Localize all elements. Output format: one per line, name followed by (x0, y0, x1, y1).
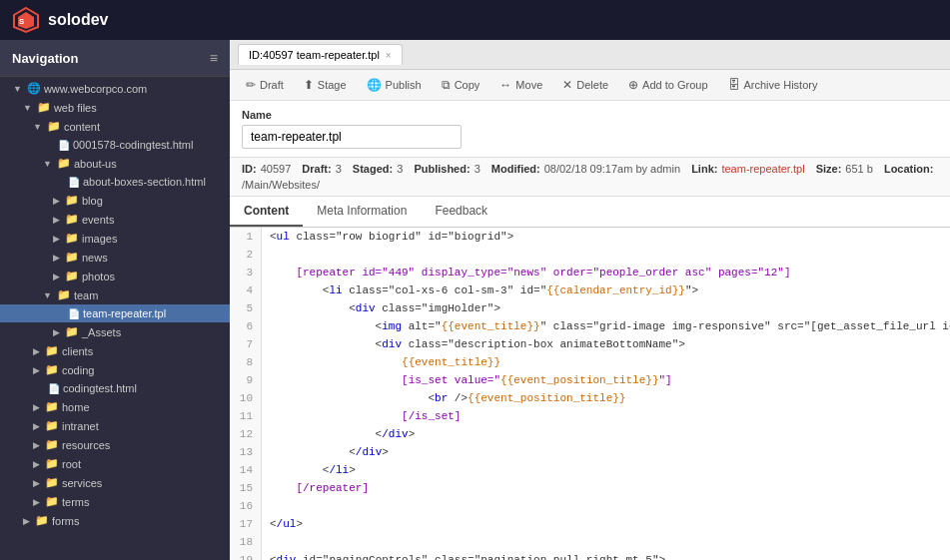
tree-item-about-us[interactable]: ▼📁 about-us (0, 154, 230, 173)
line-number: 11 (230, 407, 262, 425)
move-icon: ↔ (499, 78, 511, 92)
tree-item-clients[interactable]: ▶📁 clients (0, 341, 230, 360)
copy-icon: ⧉ (442, 78, 451, 92)
stage-icon: ⬆ (304, 78, 314, 92)
tree-section: ▼🌐 www.webcorpco.com▼📁 web files▼📁 conte… (0, 77, 230, 532)
draft-button[interactable]: ✏ Draft (242, 76, 288, 94)
tree-item-label: photos (82, 271, 115, 282)
copy-label: Copy (455, 79, 480, 91)
svg-text:S: S (19, 17, 25, 26)
code-line: 4 <li class="col-xs-6 col-sm-3" id="{{ca… (230, 281, 950, 299)
archive-history-button[interactable]: 🗄 Archive History (724, 76, 822, 94)
line-number: 14 (230, 461, 262, 479)
code-line: 5 <div class="imgHolder"> (230, 299, 950, 317)
folder-icon: 📁 (65, 325, 79, 338)
logo-area: S solodev (12, 6, 108, 34)
content-tab-content[interactable]: Content (230, 197, 303, 227)
sidebar-title: Navigation (12, 51, 78, 66)
meta-published-value: 3 (475, 163, 480, 175)
code-line: 2 (230, 246, 950, 264)
tree-item-events[interactable]: ▶📁 events (0, 210, 230, 229)
file-tab[interactable]: ID:40597 team-repeater.tpl × (238, 44, 403, 65)
content-tab-meta-info[interactable]: Meta Information (303, 197, 421, 227)
publish-label: Publish (386, 79, 422, 91)
arrow-icon: ▶ (33, 440, 40, 450)
line-content: <img alt="{{event_title}}" class="grid-i… (262, 317, 950, 335)
code-line: 10 <br />{{event_position_title}} (230, 389, 950, 407)
folder-icon: 📁 (65, 251, 79, 264)
stage-button[interactable]: ⬆ Stage (300, 76, 351, 94)
tree-item-home[interactable]: ▶📁 home (0, 397, 230, 416)
archive-icon: 🗄 (728, 78, 740, 92)
arrow-icon: ▶ (33, 478, 40, 488)
sidebar: Navigation ≡ ▼🌐 www.webcorpco.com▼📁 web … (0, 40, 230, 560)
tree-item-web-files[interactable]: ▼📁 web files (0, 98, 230, 117)
meta-modified-label: Modified: (491, 163, 540, 175)
line-number: 19 (230, 551, 262, 560)
meta-link-label: Link: (691, 163, 717, 175)
tree-item-about-boxes[interactable]: 📄 about-boxes-section.html (0, 173, 230, 191)
folder-icon: 📁 (45, 400, 59, 413)
tree-item-forms[interactable]: ▶📁 forms (0, 511, 230, 530)
content-tab-feedback[interactable]: Feedback (421, 197, 501, 227)
tree-item-label: content (64, 121, 100, 133)
delete-label: Delete (576, 79, 608, 91)
content-area: ID:40597 team-repeater.tpl × ✏ Draft ⬆ S… (230, 40, 950, 560)
folder-icon: 📁 (37, 101, 51, 114)
tree-item-content[interactable]: ▼📁 content (0, 117, 230, 136)
meta-staged-label: Staged: (353, 163, 393, 175)
tree-item-label: news (82, 252, 108, 264)
tree-item-label: _Assets (82, 326, 121, 338)
tree-item-services[interactable]: ▶📁 services (0, 473, 230, 492)
file-icon: 📄 (68, 308, 80, 319)
line-content: <div class="description-box animateBotto… (262, 335, 685, 353)
hamburger-icon[interactable]: ≡ (210, 50, 218, 66)
meta-published-label: Published: (414, 163, 470, 175)
tab-close-icon[interactable]: × (386, 50, 392, 61)
tree-item-_assets[interactable]: ▶📁 _Assets (0, 322, 230, 341)
toolbar: ✏ Draft ⬆ Stage 🌐 Publish ⧉ Copy ↔ Move … (230, 70, 950, 101)
tree-item-0001578[interactable]: 📄 0001578-codingtest.html (0, 136, 230, 154)
meta-link-value[interactable]: team-repeater.tpl (721, 163, 804, 175)
add-to-group-button[interactable]: ⊕ Add to Group (624, 76, 711, 94)
tab-bar: ID:40597 team-repeater.tpl × (230, 40, 950, 70)
sidebar-header: Navigation ≡ (0, 40, 230, 77)
tree-item-intranet[interactable]: ▶📁 intranet (0, 416, 230, 435)
tree-item-label: team (74, 289, 98, 301)
tree-item-terms[interactable]: ▶📁 terms (0, 492, 230, 511)
line-content: </ul> (262, 515, 303, 533)
tree-item-label: clients (62, 345, 93, 357)
tree-item-label: team-repeater.tpl (83, 307, 166, 319)
tree-item-images[interactable]: ▶📁 images (0, 229, 230, 248)
code-line: 15 [/repeater] (230, 479, 950, 497)
folder-icon: 📁 (35, 514, 49, 527)
tree-item-news[interactable]: ▶📁 news (0, 248, 230, 267)
copy-button[interactable]: ⧉ Copy (438, 76, 484, 94)
tree-item-webcorpco[interactable]: ▼🌐 www.webcorpco.com (0, 79, 230, 98)
line-number: 5 (230, 299, 262, 317)
delete-button[interactable]: ✕ Delete (558, 76, 612, 94)
folder-icon: 📁 (45, 457, 59, 470)
tree-item-blog[interactable]: ▶📁 blog (0, 191, 230, 210)
tree-item-coding[interactable]: ▶📁 coding (0, 360, 230, 379)
tree-item-team[interactable]: ▼📁 team (0, 285, 230, 304)
publish-button[interactable]: 🌐 Publish (363, 76, 426, 94)
move-button[interactable]: ↔ Move (495, 76, 546, 94)
tree-item-label: services (62, 477, 102, 489)
code-line: 3 [repeater id="449" display_type="news"… (230, 264, 950, 281)
arrow-icon: ▼ (33, 122, 42, 132)
arrow-icon: ▼ (23, 103, 32, 113)
tree-item-photos[interactable]: ▶📁 photos (0, 267, 230, 285)
arrow-icon: ▶ (33, 497, 40, 507)
tree-item-label: resources (62, 439, 110, 451)
line-content: [is_set value="{{event_position_title}}"… (262, 371, 672, 389)
tree-item-codingtest[interactable]: 📄 codingtest.html (0, 379, 230, 397)
line-content: {{event_title}} (262, 353, 500, 371)
tree-item-resources[interactable]: ▶📁 resources (0, 435, 230, 454)
folder-icon: 📁 (45, 495, 59, 508)
meta-id-value: 40597 (261, 163, 292, 175)
code-editor[interactable]: 1<ul class="row biogrid" id="biogrid">23… (230, 228, 950, 560)
name-input[interactable] (242, 125, 462, 149)
tree-item-team-repeater[interactable]: 📄 team-repeater.tpl (0, 304, 230, 322)
tree-item-root[interactable]: ▶📁 root (0, 454, 230, 473)
